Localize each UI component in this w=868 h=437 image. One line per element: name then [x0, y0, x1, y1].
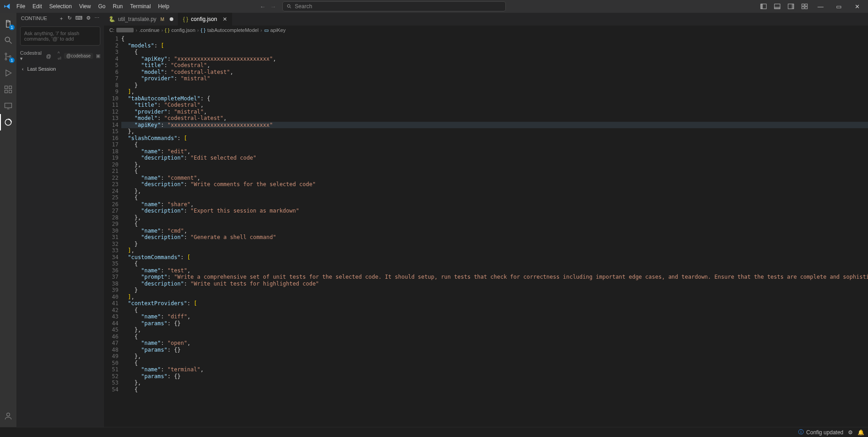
code-line[interactable]: "description": "Export this session as m… — [121, 208, 868, 214]
customize-layout-icon[interactable] — [801, 3, 808, 10]
settings-icon[interactable]: ⚙ — [86, 15, 91, 22]
code-line[interactable]: }, — [121, 161, 868, 168]
activity-search[interactable] — [0, 32, 16, 48]
nav-forward-icon[interactable]: → — [270, 3, 276, 10]
code-line[interactable]: "apiKey": "xxxxxxxxxxxxxxxxxxxxxxxxxxxxx… — [121, 122, 868, 129]
activity-source-control[interactable]: 1 — [0, 48, 16, 65]
code-line[interactable]: ], — [121, 88, 868, 95]
layout-panel-icon[interactable] — [774, 3, 780, 10]
code-line[interactable]: "name": "test", — [121, 267, 868, 274]
breadcrumb[interactable]: C: . › .continue › { } config.json › { }… — [104, 26, 868, 35]
code-line[interactable]: "model": "codestral-latest", — [121, 115, 868, 122]
code-line[interactable]: }, — [121, 188, 868, 195]
code-line[interactable]: { — [121, 360, 868, 367]
code-line[interactable]: "apiKey": "xxxxxxxxxxxxxxxxxxxxxxxxxxxx"… — [121, 56, 868, 62]
activity-run-debug[interactable] — [0, 65, 16, 81]
menu-file[interactable]: File — [13, 1, 29, 11]
history-last-session[interactable]: ‹ Last Session — [16, 63, 104, 74]
menu-help[interactable]: Help — [155, 1, 173, 11]
code-line[interactable]: "params": {} — [121, 373, 868, 380]
activity-accounts[interactable] — [0, 408, 16, 424]
code-line[interactable]: "prompt": "Write a comprehensive set of … — [121, 274, 868, 281]
code-line[interactable]: }, — [121, 214, 868, 221]
code-line[interactable]: "provider": "mistral", — [121, 109, 868, 115]
code-line[interactable]: } — [121, 287, 868, 294]
menu-selection[interactable]: Selection — [46, 1, 75, 11]
code-line[interactable]: { — [121, 333, 868, 340]
menu-view[interactable]: View — [75, 1, 94, 11]
code-line[interactable]: ], — [121, 294, 868, 301]
continue-input[interactable]: Ask anything, '/' for slash commands, '@… — [20, 26, 100, 46]
window-close-icon[interactable]: ✕ — [848, 0, 866, 13]
status-notifications-icon[interactable]: 🔔 — [858, 429, 864, 436]
code-line[interactable]: { — [121, 307, 868, 314]
code-line[interactable]: "description": "Write comments for the s… — [121, 181, 868, 188]
command-center-search[interactable]: Search — [282, 1, 506, 11]
code-line[interactable]: "description": "Edit selected code" — [121, 155, 868, 161]
code-line[interactable]: { — [121, 141, 868, 148]
nav-back-icon[interactable]: ← — [260, 3, 265, 10]
code-line[interactable]: } — [121, 241, 868, 248]
code-line[interactable]: "params": {} — [121, 347, 868, 354]
code-line[interactable]: }, — [121, 327, 868, 333]
codebase-chip[interactable]: @codebase — [64, 53, 93, 59]
code-line[interactable]: "title": "Codestral", — [121, 102, 868, 109]
editor-content[interactable]: { "models": [ { "apiKey": "xxxxxxxxxxxxx… — [121, 35, 868, 427]
code-line[interactable]: }, — [121, 128, 868, 135]
code-line[interactable]: "params": {} — [121, 320, 868, 327]
code-line[interactable]: { — [121, 221, 868, 228]
activity-extensions[interactable] — [0, 81, 16, 98]
code-line[interactable]: "title": "Codestral", — [121, 62, 868, 69]
window-maximize-icon[interactable]: ▭ — [830, 0, 848, 13]
code-line[interactable]: "name": "open", — [121, 340, 868, 347]
code-line[interactable]: "customCommands": [ — [121, 254, 868, 261]
code-line[interactable]: { — [121, 49, 868, 56]
code-line[interactable]: }, — [121, 380, 868, 386]
code-line[interactable]: "description": "Write unit tests for hig… — [121, 281, 868, 287]
layout-sidebar-left-icon[interactable] — [760, 3, 767, 10]
window-minimize-icon[interactable]: ― — [811, 0, 830, 13]
model-selector[interactable]: Codestral ▾ — [20, 50, 42, 62]
code-line[interactable]: "name": "diff", — [121, 313, 868, 320]
code-line[interactable]: "name": "terminal", — [121, 366, 868, 373]
new-session-icon[interactable]: ＋ — [59, 15, 64, 22]
menu-terminal[interactable]: Terminal — [126, 1, 154, 11]
code-line[interactable]: "name": "share", — [121, 201, 868, 208]
menu-go[interactable]: Go — [94, 1, 109, 11]
code-line[interactable]: "name": "edit", — [121, 148, 868, 155]
activity-explorer[interactable]: 1 — [0, 16, 16, 32]
code-line[interactable]: "model": "codestral-latest", — [121, 69, 868, 76]
status-config-updated[interactable]: ⓘ Config updated — [798, 428, 843, 436]
code-line[interactable]: "tabAutocompleteModel": { — [121, 95, 868, 102]
editor-tab[interactable]: 🐍util_translate.pyM — [104, 13, 178, 26]
activity-continue[interactable] — [0, 114, 16, 130]
code-line[interactable]: "description": "Generate a shell command… — [121, 234, 868, 241]
code-line[interactable]: { — [121, 260, 868, 267]
code-line[interactable]: "name": "comment", — [121, 175, 868, 182]
code-line[interactable]: } — [121, 82, 868, 89]
layout-sidebar-right-icon[interactable] — [788, 3, 794, 10]
menu-run[interactable]: Run — [109, 1, 126, 11]
code-line[interactable]: { — [121, 194, 868, 201]
status-settings-icon[interactable]: ⚙ — [848, 429, 853, 436]
menu-edit[interactable]: Edit — [29, 1, 46, 11]
activity-remote[interactable] — [0, 98, 16, 114]
close-tab-icon[interactable]: ✕ — [223, 16, 227, 22]
code-line[interactable]: "slashCommands": [ — [121, 135, 868, 142]
at-icon[interactable]: @ — [46, 53, 51, 59]
code-line[interactable]: { — [121, 168, 868, 175]
code-line[interactable]: { — [121, 386, 868, 393]
editor-tab[interactable]: { }config.json✕ — [178, 13, 232, 26]
code-line[interactable]: { — [121, 36, 868, 42]
send-icon[interactable]: ▣ — [96, 53, 100, 59]
history-icon[interactable]: ↻ — [68, 15, 72, 22]
code-line[interactable]: "models": [ — [121, 42, 868, 49]
code-line[interactable]: "contextProviders": [ — [121, 300, 868, 307]
editor-gutter: 1234567891011121314151617181920212223242… — [104, 35, 121, 427]
more-icon[interactable]: ⋯ — [94, 15, 99, 22]
code-line[interactable]: ], — [121, 247, 868, 254]
code-line[interactable]: "provider": "mistral" — [121, 75, 868, 82]
code-line[interactable]: }, — [121, 353, 868, 360]
code-line[interactable]: "name": "cmd", — [121, 228, 868, 234]
keyboard-icon[interactable]: ⌨ — [75, 15, 83, 22]
